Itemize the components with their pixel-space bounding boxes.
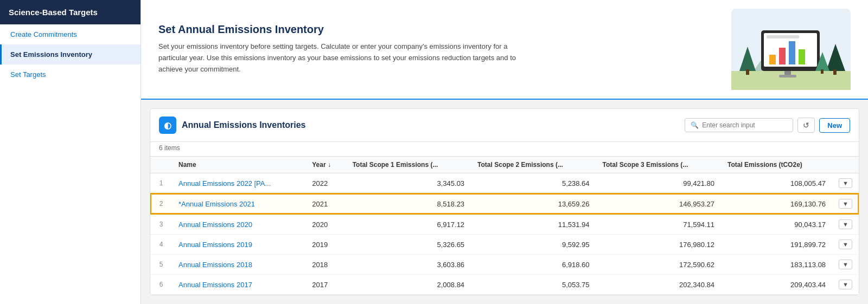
- table-row: 1Annual Emissions 2022 [PA...20223,345.0…: [150, 173, 859, 194]
- row-action[interactable]: ▼: [832, 214, 859, 235]
- row-scope1: 3,603.86: [346, 255, 471, 275]
- svg-rect-11: [799, 49, 805, 64]
- row-year: 2020: [305, 214, 346, 235]
- row-dropdown-button[interactable]: ▼: [839, 240, 852, 249]
- svg-rect-5: [779, 75, 796, 77]
- col-scope2: Total Scope 2 Emissions (...: [471, 157, 596, 173]
- row-action[interactable]: ▼: [832, 255, 859, 275]
- row-scope2: 13,659.26: [471, 193, 596, 214]
- row-total: 108,005.47: [721, 173, 832, 194]
- table-header-row: Name Year ↓ Total Scope 1 Emissions (...…: [150, 157, 859, 173]
- table-title: Annual Emissions Inventories: [182, 120, 306, 130]
- row-name[interactable]: Annual Emissions 2019: [172, 235, 305, 255]
- new-button[interactable]: New: [819, 118, 850, 133]
- hero-description: Set your emissions inventory before sett…: [158, 41, 538, 75]
- row-number: 6: [150, 275, 172, 295]
- table-icon-letter: ◐: [164, 120, 171, 131]
- row-year: 2017: [305, 275, 346, 295]
- col-scope3: Total Scope 3 Emissions (...: [596, 157, 721, 173]
- row-number: 2: [150, 193, 172, 214]
- table-row: 4Annual Emissions 201920195,326.659,592.…: [150, 235, 859, 255]
- row-year: 2019: [305, 235, 346, 255]
- col-name: Name: [172, 157, 305, 173]
- sidebar-item-create-commitments[interactable]: Create Commitments: [0, 24, 141, 44]
- row-name[interactable]: Annual Emissions 2017: [172, 275, 305, 295]
- emissions-table: Name Year ↓ Total Scope 1 Emissions (...…: [150, 156, 859, 295]
- row-scope3: 146,953.27: [596, 193, 721, 214]
- row-dropdown-button[interactable]: ▼: [839, 199, 852, 209]
- table-row: 5Annual Emissions 201820183,603.866,918.…: [150, 255, 859, 275]
- row-total: 90,043.17: [721, 214, 832, 235]
- col-num: [150, 157, 172, 173]
- row-action[interactable]: ▼: [832, 275, 859, 295]
- search-box[interactable]: 🔍: [685, 118, 793, 132]
- table-header-right: 🔍 ↺ New: [685, 118, 850, 133]
- row-number: 1: [150, 173, 172, 194]
- row-scope2: 5,238.64: [471, 173, 596, 194]
- row-scope1: 3,345.03: [346, 173, 471, 194]
- table-row: 3Annual Emissions 202020206,917.1211,531…: [150, 214, 859, 235]
- row-action[interactable]: ▼: [832, 193, 859, 214]
- table-head: Name Year ↓ Total Scope 1 Emissions (...…: [150, 157, 859, 173]
- row-scope3: 176,980.12: [596, 235, 721, 255]
- row-name[interactable]: Annual Emissions 2018: [172, 255, 305, 275]
- table-section: ◐ Annual Emissions Inventories 🔍 ↺ New 6…: [150, 108, 859, 295]
- table-header: ◐ Annual Emissions Inventories 🔍 ↺ New: [150, 109, 859, 142]
- row-year: 2018: [305, 255, 346, 275]
- row-scope3: 99,421.80: [596, 173, 721, 194]
- row-number: 5: [150, 255, 172, 275]
- table-icon: ◐: [159, 117, 176, 134]
- col-total: Total Emissions (tCO2e): [721, 157, 832, 173]
- row-scope2: 9,592.95: [471, 235, 596, 255]
- row-year: 2021: [305, 193, 346, 214]
- col-action: [832, 157, 859, 173]
- row-scope3: 172,590.62: [596, 255, 721, 275]
- row-scope2: 11,531.94: [471, 214, 596, 235]
- item-count: 6 items: [150, 142, 859, 156]
- svg-rect-18: [821, 69, 824, 74]
- row-scope2: 5,053.75: [471, 275, 596, 295]
- row-dropdown-button[interactable]: ▼: [839, 178, 852, 188]
- hero-text-block: Set Annual Emissions Inventory Set your …: [158, 23, 538, 75]
- sidebar-item-set-targets[interactable]: Set Targets: [0, 64, 141, 85]
- row-scope1: 6,917.12: [346, 214, 471, 235]
- svg-rect-16: [833, 69, 837, 75]
- main-content: Set Annual Emissions Inventory Set your …: [141, 0, 868, 304]
- sidebar-title: Science-Based Targets: [0, 0, 141, 24]
- row-name[interactable]: Annual Emissions 2020: [172, 214, 305, 235]
- col-year: Year ↓: [305, 157, 346, 173]
- sidebar: Science-Based Targets Create Commitments…: [0, 0, 141, 304]
- row-total: 183,113.08: [721, 255, 832, 275]
- row-dropdown-button[interactable]: ▼: [839, 219, 852, 229]
- refresh-button[interactable]: ↺: [797, 118, 815, 133]
- row-action[interactable]: ▼: [832, 235, 859, 255]
- table-body: 1Annual Emissions 2022 [PA...20223,345.0…: [150, 173, 859, 295]
- row-total: 169,130.76: [721, 193, 832, 214]
- row-number: 4: [150, 235, 172, 255]
- row-action[interactable]: ▼: [832, 173, 859, 194]
- row-dropdown-button[interactable]: ▼: [839, 260, 852, 269]
- svg-rect-8: [769, 55, 776, 64]
- table-header-left: ◐ Annual Emissions Inventories: [159, 117, 306, 134]
- row-name[interactable]: *Annual Emissions 2021: [172, 193, 305, 214]
- svg-rect-14: [746, 69, 749, 75]
- search-input[interactable]: [702, 121, 787, 129]
- hero-illustration-svg: [731, 9, 851, 90]
- svg-rect-9: [779, 48, 786, 64]
- hero-illustration: [731, 9, 851, 90]
- row-name[interactable]: Annual Emissions 2022 [PA...: [172, 173, 305, 194]
- sidebar-item-set-emissions-inventory[interactable]: Set Emissions Inventory: [0, 44, 141, 64]
- svg-rect-10: [789, 41, 795, 64]
- row-scope1: 8,518.23: [346, 193, 471, 214]
- table-row: 6Annual Emissions 201720172,008.845,053.…: [150, 275, 859, 295]
- row-year: 2022: [305, 173, 346, 194]
- table-row: 2*Annual Emissions 202120218,518.2313,65…: [150, 193, 859, 214]
- row-scope1: 5,326.65: [346, 235, 471, 255]
- hero-section: Set Annual Emissions Inventory Set your …: [141, 0, 868, 100]
- row-scope3: 71,594.11: [596, 214, 721, 235]
- search-icon: 🔍: [691, 121, 699, 129]
- row-scope1: 2,008.84: [346, 275, 471, 295]
- row-number: 3: [150, 214, 172, 235]
- row-dropdown-button[interactable]: ▼: [839, 280, 852, 289]
- row-scope2: 6,918.60: [471, 255, 596, 275]
